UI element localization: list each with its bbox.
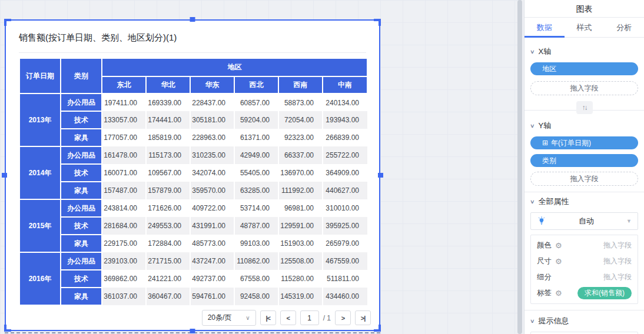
value-cell[interactable]: 240134.00 [323, 93, 367, 111]
value-cell[interactable]: 431991.00 [190, 217, 234, 235]
table-widget[interactable]: 销售额(按订单日期、类别、地区划分)(1) 订单日期 类别 地区 东北 [5, 19, 380, 331]
value-cell[interactable]: 395925.00 [323, 217, 367, 235]
value-cell[interactable]: 67558.00 [234, 270, 278, 288]
gear-icon[interactable]: ⚙ [555, 241, 562, 250]
value-cell[interactable]: 60857.00 [234, 93, 278, 111]
swap-axes-button[interactable]: ↑↓ [576, 101, 593, 114]
field-pill-region[interactable]: 地区 [530, 62, 638, 75]
header-region[interactable]: 华东 [190, 76, 234, 93]
value-cell[interactable]: 511811.00 [323, 270, 367, 288]
year-cell[interactable]: 2016年 [19, 252, 61, 305]
selection-corner-top-left[interactable] [4, 19, 11, 26]
y-axis-section-header[interactable]: ∨ Y轴 [530, 121, 638, 131]
value-cell[interactable]: 171626.00 [146, 199, 190, 217]
header-region[interactable]: 中南 [323, 76, 367, 93]
value-cell[interactable]: 48787.00 [234, 217, 278, 235]
value-cell[interactable]: 115280.00 [278, 270, 323, 288]
value-cell[interactable]: 229175.00 [102, 235, 146, 252]
category-cell[interactable]: 技术 [61, 164, 102, 182]
value-cell[interactable]: 434460.00 [323, 288, 367, 305]
value-cell[interactable]: 361037.00 [102, 288, 146, 305]
value-cell[interactable]: 133057.00 [102, 111, 146, 129]
value-cell[interactable]: 161478.00 [102, 146, 146, 164]
value-cell[interactable]: 228437.00 [190, 93, 234, 111]
header-category[interactable]: 类别 [61, 58, 102, 93]
header-order-date[interactable]: 订单日期 [19, 58, 61, 93]
value-cell[interactable]: 228963.00 [190, 129, 234, 146]
field-pill-year-order-date[interactable]: ⊞ 年(订单日期) [530, 136, 638, 149]
value-cell[interactable]: 249553.00 [146, 217, 190, 235]
value-cell[interactable]: 115173.00 [146, 146, 190, 164]
value-cell[interactable]: 364909.00 [323, 164, 367, 182]
canvas-scrollbar[interactable] [517, 0, 522, 334]
value-cell[interactable]: 241221.00 [146, 270, 190, 288]
value-cell[interactable]: 125508.00 [278, 252, 323, 270]
year-cell[interactable]: 2015年 [19, 199, 61, 252]
value-cell[interactable]: 92458.00 [234, 288, 278, 305]
x-axis-drop-zone[interactable]: 拖入字段 [530, 81, 638, 95]
tab-style[interactable]: 样式 [565, 18, 605, 37]
value-cell[interactable]: 310235.00 [190, 146, 234, 164]
value-cell[interactable]: 266839.00 [323, 129, 367, 146]
gear-icon[interactable]: ⚙ [555, 257, 562, 266]
value-cell[interactable]: 467559.00 [323, 252, 367, 270]
value-cell[interactable]: 59204.00 [234, 111, 278, 129]
value-cell[interactable]: 193943.00 [323, 111, 367, 129]
attr-drop-zone[interactable]: 拖入字段 [603, 256, 632, 266]
value-cell[interactable]: 185819.00 [146, 129, 190, 146]
value-cell[interactable]: 99103.00 [234, 235, 278, 252]
category-cell[interactable]: 技术 [61, 270, 102, 288]
value-cell[interactable]: 239103.00 [102, 252, 146, 270]
selection-handle-top[interactable] [190, 17, 195, 22]
category-cell[interactable]: 家具 [61, 235, 102, 252]
value-cell[interactable]: 243814.00 [102, 199, 146, 217]
value-cell[interactable]: 157487.00 [102, 182, 146, 199]
value-cell[interactable]: 594761.00 [190, 288, 234, 305]
value-cell[interactable]: 129591.00 [278, 217, 323, 235]
y-axis-drop-zone[interactable]: 拖入字段 [530, 172, 638, 186]
selection-handle-bottom[interactable] [190, 329, 195, 333]
value-cell[interactable]: 61371.00 [234, 129, 278, 146]
prev-page-button[interactable]: < [280, 310, 296, 325]
next-page-button[interactable]: > [335, 310, 351, 325]
tooltip-settings-button[interactable]: 设置 [530, 332, 638, 334]
last-page-button[interactable]: >| [355, 310, 371, 325]
all-attributes-section-header[interactable]: ∨ 全部属性 [530, 197, 638, 206]
value-cell[interactable]: 42949.00 [234, 146, 278, 164]
tooltip-section-header[interactable]: ∨ 提示信息 [530, 316, 638, 326]
value-cell[interactable]: 160071.00 [102, 164, 146, 182]
selection-corner-bottom-right[interactable] [374, 325, 381, 332]
category-cell[interactable]: 技术 [61, 111, 102, 129]
value-cell[interactable]: 305181.00 [190, 111, 234, 129]
page-number-input[interactable]: 1 [300, 310, 319, 325]
year-cell[interactable]: 2014年 [19, 146, 61, 199]
page-size-select[interactable]: 20条/页 ∨ [202, 310, 256, 326]
value-cell[interactable]: 58873.00 [278, 93, 323, 111]
category-cell[interactable]: 办公用品 [61, 252, 102, 270]
value-cell[interactable]: 172884.00 [146, 235, 190, 252]
value-cell[interactable]: 53714.00 [234, 199, 278, 217]
category-cell[interactable]: 家具 [61, 182, 102, 199]
value-cell[interactable]: 485773.00 [190, 235, 234, 252]
tab-analysis[interactable]: 分析 [604, 18, 644, 37]
value-cell[interactable]: 96981.00 [278, 199, 323, 217]
value-cell[interactable]: 310010.00 [323, 199, 367, 217]
attr-drop-zone[interactable]: 拖入字段 [603, 241, 632, 250]
dashboard-canvas[interactable]: 销售额(按订单日期、类别、地区划分)(1) 订单日期 类别 地区 东北 [0, 0, 522, 334]
value-cell[interactable]: 151903.00 [278, 235, 323, 252]
category-cell[interactable]: 家具 [61, 288, 102, 305]
value-cell[interactable]: 369862.00 [102, 270, 146, 288]
value-cell[interactable]: 55405.00 [234, 164, 278, 182]
value-cell[interactable]: 157879.00 [146, 182, 190, 199]
value-cell[interactable]: 136970.00 [278, 164, 323, 182]
gear-icon[interactable]: ⚙ [555, 289, 562, 298]
value-cell[interactable]: 437247.00 [190, 252, 234, 270]
attr-drop-zone[interactable]: 拖入字段 [603, 272, 632, 282]
value-cell[interactable]: 110862.00 [234, 252, 278, 270]
value-cell[interactable]: 342074.00 [190, 164, 234, 182]
value-cell[interactable]: 360467.00 [146, 288, 190, 305]
value-cell[interactable]: 197411.00 [102, 93, 146, 111]
field-pill-category[interactable]: 类别 [530, 154, 638, 167]
value-cell[interactable]: 169339.00 [146, 93, 190, 111]
selection-corner-bottom-left[interactable] [4, 325, 11, 332]
